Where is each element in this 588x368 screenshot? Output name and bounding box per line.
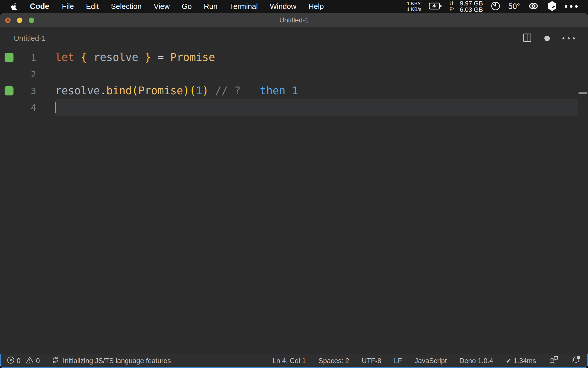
network-speed-indicator[interactable]: 1 KB/s 1 KB/s	[407, 1, 421, 12]
line-number: 2	[0, 66, 36, 83]
statusbar-items: Ln 4, Col 1Spaces: 2UTF-8LFJavaScriptDen…	[272, 357, 536, 365]
memory-free-value: 6.03 GB	[460, 7, 483, 13]
cube-app-icon[interactable]	[547, 1, 557, 13]
language-status-message[interactable]: Initializing JS/TS language features	[63, 357, 171, 365]
code-text: resolve.bind(Promise)(1) // ? then 1	[55, 83, 298, 99]
overview-ruler-cursor-mark	[579, 92, 587, 94]
minimize-button[interactable]	[17, 18, 22, 23]
menu-file[interactable]: File	[62, 2, 74, 11]
vscode-window: Untitled-1 Untitled-1 1let { resolve } =…	[0, 13, 588, 368]
overview-ruler-border	[578, 49, 578, 354]
menu-run[interactable]: Run	[204, 2, 218, 11]
window-title: Untitled-1	[279, 16, 309, 24]
menu-selection[interactable]: Selection	[111, 2, 142, 11]
sync-spinner-icon[interactable]	[51, 356, 59, 366]
split-editor-icon[interactable]	[523, 33, 532, 43]
memory-used-value: 9.97 GB	[460, 0, 483, 7]
eol-sequence[interactable]: LF	[394, 357, 402, 365]
screen: Code FileEditSelectionViewGoRunTerminalW…	[0, 0, 588, 368]
linked-rings-icon[interactable]	[527, 1, 539, 12]
text-cursor	[55, 102, 56, 113]
tab-untitled-1[interactable]: Untitled-1	[14, 34, 46, 43]
code-line-1[interactable]: 1let { resolve } = Promise	[0, 49, 588, 66]
notifications-bell-icon[interactable]	[571, 355, 581, 367]
code-line-2[interactable]: 2	[0, 66, 588, 83]
close-button[interactable]	[5, 18, 11, 23]
battery-charging-icon[interactable]	[429, 2, 442, 11]
indentation[interactable]: Spaces: 2	[318, 357, 349, 365]
network-down-speed: 1 KB/s	[407, 7, 421, 12]
code-line-3[interactable]: 3resolve.bind(Promise)(1) // ? then 1	[0, 83, 588, 99]
line-number: 3	[0, 83, 36, 99]
menu-view[interactable]: View	[154, 2, 170, 11]
quokka-timing[interactable]: ✔ 1.34ms	[506, 357, 536, 365]
language-mode[interactable]: JavaScript	[415, 357, 447, 365]
cursor-position[interactable]: Ln 4, Col 1	[272, 357, 306, 365]
warning-count[interactable]: 0	[36, 357, 40, 365]
feedback-icon[interactable]	[549, 356, 558, 366]
code-lines: 1let { resolve } = Promise23resolve.bind…	[0, 49, 588, 116]
zoom-button[interactable]	[29, 18, 34, 23]
clock-icon[interactable]	[490, 1, 501, 12]
line-number: 4	[0, 99, 36, 116]
unsaved-changes-dot[interactable]	[544, 36, 550, 41]
menu-edit[interactable]: Edit	[86, 2, 99, 11]
editor-header: Untitled-1	[0, 27, 588, 49]
more-actions-icon[interactable]	[562, 37, 575, 39]
memory-usage-indicator[interactable]: U: F:	[449, 1, 454, 13]
macos-menubar: Code FileEditSelectionViewGoRunTerminalW…	[0, 0, 588, 13]
current-line-highlight	[55, 99, 578, 116]
statusbar: 0 0 Initializ	[0, 354, 588, 368]
menubar-menus: FileEditSelectionViewGoRunTerminalWindow…	[62, 2, 324, 11]
deno-version[interactable]: Deno 1.0.4	[459, 357, 493, 365]
code-text: let { resolve } = Promise	[55, 49, 215, 66]
window-titlebar[interactable]: Untitled-1	[0, 13, 588, 27]
menu-go[interactable]: Go	[182, 2, 192, 11]
code-editor[interactable]: 1let { resolve } = Promise23resolve.bind…	[0, 49, 588, 354]
warnings-icon[interactable]	[26, 356, 34, 366]
menu-terminal[interactable]: Terminal	[229, 2, 258, 11]
menu-help[interactable]: Help	[308, 2, 324, 11]
memory-used-label: U:	[449, 1, 454, 7]
encoding[interactable]: UTF-8	[362, 357, 381, 365]
apple-menu-icon[interactable]	[11, 3, 18, 11]
line-number: 1	[0, 49, 36, 66]
errors-icon[interactable]	[7, 356, 15, 366]
menu-app-name[interactable]: Code	[30, 2, 49, 11]
error-count[interactable]: 0	[17, 357, 20, 365]
temperature-indicator[interactable]: 50°	[508, 2, 520, 11]
memory-free-label: F:	[449, 7, 454, 13]
menubar-more-icon[interactable]	[565, 5, 578, 8]
network-up-speed: 1 KB/s	[407, 1, 421, 7]
menu-window[interactable]: Window	[270, 2, 296, 11]
code-line-4[interactable]: 4	[0, 99, 588, 116]
